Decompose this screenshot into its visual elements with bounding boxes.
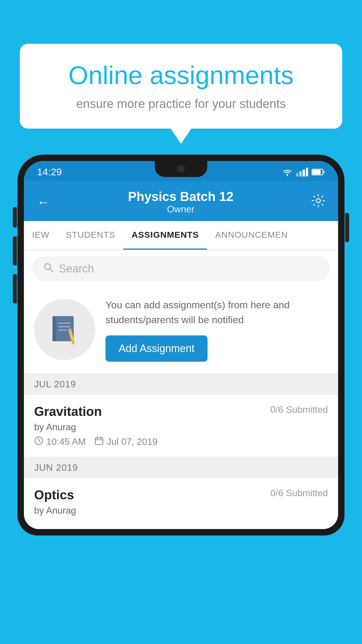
battery-icon xyxy=(312,168,325,176)
section-header-jul: JUL 2019 xyxy=(24,374,338,395)
calendar-icon xyxy=(94,436,104,447)
svg-rect-1 xyxy=(323,171,324,173)
status-time: 14:29 xyxy=(37,166,62,178)
assignment-author: by Anurag xyxy=(34,422,328,433)
wifi-icon xyxy=(282,168,293,176)
add-assignment-button[interactable]: Add Assignment xyxy=(106,335,208,362)
assignment-title-optics: Optics xyxy=(34,488,74,502)
assignment-top: Gravitation 0/6 Submitted xyxy=(34,404,328,419)
notebook-icon xyxy=(51,314,79,345)
speech-bubble-container: Online assignments ensure more practice … xyxy=(20,44,342,129)
assignment-submitted: 0/6 Submitted xyxy=(270,404,328,415)
svg-rect-9 xyxy=(58,326,71,327)
promo-text: You can add assignment(s) from here and … xyxy=(106,298,328,327)
promo-content: You can add assignment(s) from here and … xyxy=(106,298,328,362)
svg-rect-7 xyxy=(52,316,56,341)
svg-rect-2 xyxy=(312,170,321,174)
assignment-top-optics: Optics 0/6 Submitted xyxy=(34,488,328,502)
tab-announcements[interactable]: ANNOUNCEMEN xyxy=(207,221,296,250)
camera xyxy=(177,165,185,173)
section-header-jun: JUN 2019 xyxy=(24,457,338,478)
assignment-submitted-optics: 0/6 Submitted xyxy=(270,488,328,498)
speech-bubble-title: Online assignments xyxy=(40,61,322,90)
phone-frame: 14:29 xyxy=(17,155,345,644)
promo-icon-circle xyxy=(34,299,95,360)
settings-button[interactable] xyxy=(312,194,325,210)
promo-section: You can add assignment(s) from here and … xyxy=(24,287,338,374)
meta-date: Jul 07, 2019 xyxy=(94,436,157,447)
clock-icon xyxy=(34,436,43,447)
assignment-date: Jul 07, 2019 xyxy=(107,436,157,447)
svg-line-5 xyxy=(50,269,53,272)
signal-icon xyxy=(296,168,308,176)
side-button-left-mid xyxy=(13,236,17,265)
side-button-left-bot xyxy=(13,274,17,303)
side-button-right xyxy=(345,213,349,242)
app-header: ← Physics Batch 12 Owner xyxy=(24,181,338,221)
header-center: Physics Batch 12 Owner xyxy=(128,189,233,215)
assignment-item-gravitation[interactable]: Gravitation 0/6 Submitted by Anurag xyxy=(24,395,338,457)
svg-rect-10 xyxy=(58,330,67,331)
search-bar[interactable]: Search xyxy=(33,257,329,281)
search-placeholder: Search xyxy=(59,262,94,275)
search-icon xyxy=(43,262,54,275)
assignment-item-optics[interactable]: Optics 0/6 Submitted by Anurag xyxy=(24,478,338,529)
status-icons xyxy=(282,168,325,176)
search-container: Search xyxy=(24,250,338,287)
meta-time: 10:45 AM xyxy=(34,436,86,447)
tab-assignments[interactable]: ASSIGNMENTS xyxy=(123,221,207,250)
svg-point-3 xyxy=(316,199,320,203)
tabs-container: IEW STUDENTS ASSIGNMENTS ANNOUNCEMEN xyxy=(24,221,338,250)
tab-iew[interactable]: IEW xyxy=(24,221,58,250)
back-button[interactable]: ← xyxy=(37,195,50,209)
assignment-time: 10:45 AM xyxy=(46,436,86,447)
speech-bubble-subtitle: ensure more practice for your students xyxy=(40,95,322,113)
phone-screen: 14:29 xyxy=(24,161,338,529)
tab-students[interactable]: STUDENTS xyxy=(58,221,124,250)
assignment-title: Gravitation xyxy=(34,404,102,419)
assignment-meta: 10:45 AM Jul 07, 2019 xyxy=(34,436,328,447)
svg-rect-8 xyxy=(58,323,71,324)
phone-notch xyxy=(155,161,207,177)
header-title: Physics Batch 12 xyxy=(128,189,233,204)
speech-bubble: Online assignments ensure more practice … xyxy=(20,44,342,129)
svg-rect-17 xyxy=(95,438,103,444)
side-button-left-top xyxy=(13,207,17,228)
assignment-author-optics: by Anurag xyxy=(34,505,328,516)
phone-outer: 14:29 xyxy=(17,155,345,536)
svg-line-16 xyxy=(39,441,41,442)
header-subtitle: Owner xyxy=(128,204,233,215)
